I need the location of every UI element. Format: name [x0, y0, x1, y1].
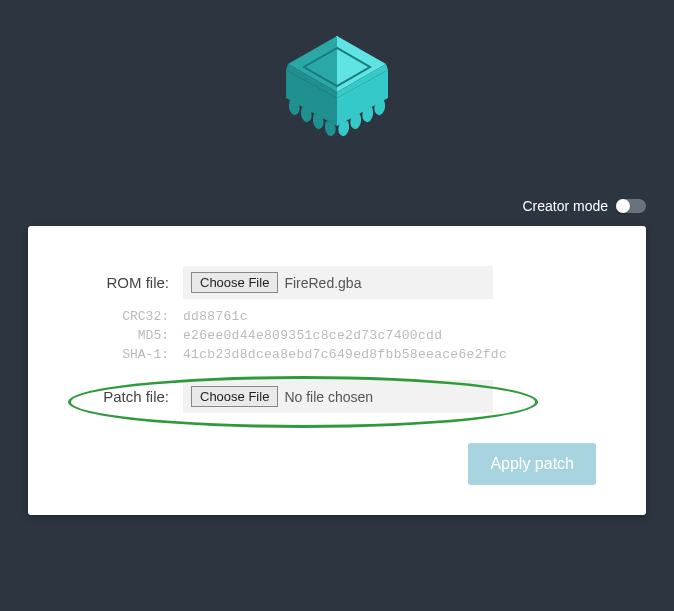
rom-file-label: ROM file:	[78, 274, 183, 291]
apply-row: Apply patch	[78, 443, 596, 485]
chip-logo-icon	[262, 18, 412, 168]
patch-file-row: Patch file: Choose File No file chosen	[78, 380, 596, 413]
patch-file-name: No file chosen	[284, 389, 373, 405]
md5-value: e26ee0d44e809351c8ce2d73c7400cdd	[183, 328, 442, 343]
apply-patch-button[interactable]: Apply patch	[468, 443, 596, 485]
sha1-label: SHA-1:	[78, 347, 183, 362]
toggle-knob	[616, 199, 630, 213]
sha1-row: SHA-1: 41cb23d8dcea8ebd7c649ed8fbb58eeac…	[78, 347, 596, 362]
rom-file-row: ROM file: Choose File FireRed.gba	[78, 266, 596, 299]
md5-row: MD5: e26ee0d44e809351c8ce2d73c7400cdd	[78, 328, 596, 343]
rom-file-name: FireRed.gba	[284, 275, 361, 291]
rom-file-input[interactable]: Choose File FireRed.gba	[183, 266, 493, 299]
sha1-value: 41cb23d8dcea8ebd7c649ed8fbb58eeace6e2fdc	[183, 347, 507, 362]
patch-file-input[interactable]: Choose File No file chosen	[183, 380, 493, 413]
patch-choose-file-button[interactable]: Choose File	[191, 386, 278, 407]
creator-mode-toggle[interactable]	[616, 199, 646, 213]
md5-label: MD5:	[78, 328, 183, 343]
crc32-value: dd88761c	[183, 309, 248, 324]
crc32-label: CRC32:	[78, 309, 183, 324]
rom-choose-file-button[interactable]: Choose File	[191, 272, 278, 293]
creator-mode-label: Creator mode	[522, 198, 608, 214]
patcher-card: ROM file: Choose File FireRed.gba CRC32:…	[28, 226, 646, 515]
logo-area	[0, 0, 674, 198]
patch-file-label: Patch file:	[78, 388, 183, 405]
crc32-row: CRC32: dd88761c	[78, 309, 596, 324]
creator-mode-row: Creator mode	[0, 198, 674, 214]
